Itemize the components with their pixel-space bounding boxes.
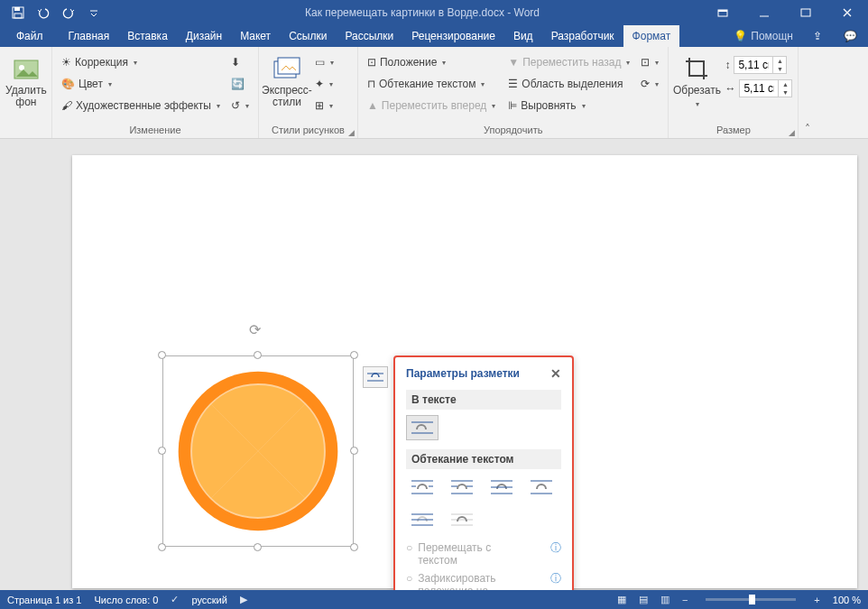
- resize-handle-bm[interactable]: [254, 543, 262, 551]
- rotate-button[interactable]: ⟳▾: [637, 74, 662, 94]
- tab-layout[interactable]: Макет: [231, 25, 280, 47]
- change-picture-icon: 🔄: [231, 78, 245, 90]
- wrap-text-button[interactable]: ⊓Обтекание текстом▾: [364, 74, 499, 94]
- zoom-level[interactable]: 100 %: [833, 595, 861, 605]
- group-icon: ⊡: [641, 56, 650, 69]
- tab-home[interactable]: Главная: [60, 25, 119, 47]
- resize-handle-br[interactable]: [350, 543, 358, 551]
- position-button[interactable]: ⊡Положение▾: [364, 52, 499, 72]
- maximize-button[interactable]: [785, 0, 826, 25]
- layout-options-button[interactable]: [363, 366, 388, 388]
- adjust-group-label: Изменение: [58, 124, 253, 138]
- resize-handle-tm[interactable]: [254, 351, 262, 359]
- height-input[interactable]: ▲▼: [734, 56, 787, 74]
- size-launcher[interactable]: ◢: [789, 128, 795, 137]
- backward-icon: ▼: [508, 56, 519, 69]
- language-status[interactable]: русский: [191, 595, 226, 605]
- redo-button[interactable]: [56, 0, 81, 25]
- wrap-through[interactable]: [485, 475, 518, 500]
- radio-icon: ○: [406, 541, 412, 554]
- artistic-effects-button[interactable]: 🖌Художественные эффекты▾: [58, 96, 224, 115]
- resize-handle-ml[interactable]: [158, 447, 166, 455]
- tab-references[interactable]: Ссылки: [280, 25, 336, 47]
- tab-insert[interactable]: Вставка: [118, 25, 177, 47]
- width-input[interactable]: ▲▼: [739, 79, 792, 97]
- size-group-label: Размер: [674, 124, 792, 138]
- save-button[interactable]: [5, 0, 31, 25]
- minimize-button[interactable]: [743, 0, 785, 25]
- read-mode-button[interactable]: ▦: [617, 594, 626, 605]
- resize-handle-tr[interactable]: [350, 351, 358, 359]
- group-button[interactable]: ⊡▾: [637, 52, 662, 72]
- tab-review[interactable]: Рецензирование: [402, 25, 504, 47]
- zoom-in-button[interactable]: +: [814, 595, 819, 605]
- picture-border-button[interactable]: ▭▾: [311, 52, 337, 72]
- document-area: ⟳: [0, 139, 868, 590]
- wrap-square[interactable]: [406, 475, 439, 500]
- collapse-ribbon-button[interactable]: ˄: [799, 47, 817, 139]
- qat-customize-button[interactable]: [81, 0, 106, 25]
- tab-file[interactable]: Файл: [0, 25, 60, 47]
- send-backward-button[interactable]: ▼Переместить назад▾: [504, 52, 633, 72]
- resize-handle-tl[interactable]: [158, 351, 166, 359]
- picture-styles-button[interactable]: Экспресс- стили: [264, 51, 309, 124]
- tab-format[interactable]: Формат: [623, 25, 680, 47]
- quick-access-toolbar: [0, 0, 106, 25]
- selected-image[interactable]: ⟳: [162, 355, 354, 547]
- macro-button[interactable]: ▶: [240, 594, 247, 605]
- share-button[interactable]: ⇪: [802, 25, 833, 47]
- word-count[interactable]: Число слов: 0: [94, 595, 158, 605]
- page-status[interactable]: Страница 1 из 1: [7, 595, 81, 605]
- bring-forward-button[interactable]: ▲Переместить вперед▾: [364, 96, 499, 115]
- palette-icon: 🎨: [61, 78, 75, 90]
- print-layout-button[interactable]: ▤: [639, 594, 648, 605]
- wrap-icon: ⊓: [367, 78, 375, 90]
- window-controls: [702, 0, 868, 25]
- comments-button[interactable]: 💬: [833, 25, 868, 47]
- wrap-behind[interactable]: [406, 507, 439, 532]
- layout-options-popup: Параметры разметки ✕ В тексте Обтекание …: [393, 355, 574, 590]
- corrections-button[interactable]: ☀Коррекция▾: [58, 52, 224, 72]
- wrap-tight[interactable]: [446, 475, 478, 500]
- selection-pane-button[interactable]: ☰Область выделения: [504, 74, 633, 94]
- resize-handle-mr[interactable]: [350, 447, 358, 455]
- tab-mailings[interactable]: Рассылки: [336, 25, 402, 47]
- tab-view[interactable]: Вид: [504, 25, 542, 47]
- crop-button[interactable]: Обрезать▾: [674, 51, 719, 124]
- zoom-out-button[interactable]: −: [682, 595, 688, 605]
- wrap-topbottom[interactable]: [525, 475, 558, 500]
- styles-launcher[interactable]: ◢: [348, 128, 355, 137]
- popup-close-button[interactable]: ✕: [550, 366, 561, 381]
- wrap-inline[interactable]: [406, 415, 439, 440]
- rotate-handle[interactable]: ⟳: [249, 321, 261, 338]
- tab-developer[interactable]: Разработчик: [542, 25, 623, 47]
- tell-me[interactable]: 💡Помощн: [725, 25, 802, 47]
- web-layout-button[interactable]: ▥: [660, 594, 669, 605]
- reset-picture-button[interactable]: ↺▾: [227, 96, 253, 115]
- align-icon: ⊫: [508, 99, 517, 112]
- picture-effects-button[interactable]: ✦▾: [311, 74, 337, 94]
- compress-pictures-button[interactable]: ⬇: [227, 52, 253, 72]
- popup-title: Параметры разметки: [406, 367, 520, 380]
- remove-background-button[interactable]: Удалить фон: [5, 51, 47, 124]
- info-icon[interactable]: ⓘ: [550, 541, 561, 554]
- ribbon-display-button[interactable]: [702, 0, 743, 25]
- wrap-section-label: Обтекание текстом: [406, 449, 561, 469]
- close-button[interactable]: [826, 0, 868, 25]
- color-button[interactable]: 🎨Цвет▾: [58, 74, 224, 94]
- zoom-slider[interactable]: [706, 598, 796, 601]
- pane-icon: ☰: [508, 78, 518, 90]
- resize-handle-bl[interactable]: [158, 543, 166, 551]
- wrap-front[interactable]: [446, 507, 478, 532]
- undo-button[interactable]: [31, 0, 56, 25]
- info-icon[interactable]: ⓘ: [550, 572, 561, 585]
- svg-rect-1: [14, 7, 20, 11]
- align-button[interactable]: ⊫Выровнять▾: [504, 96, 633, 115]
- svg-rect-10: [278, 58, 300, 74]
- svg-rect-4: [718, 10, 727, 12]
- picture-layout-button[interactable]: ⊞▾: [311, 96, 337, 115]
- spellcheck-button[interactable]: ✓: [171, 594, 179, 605]
- tab-design[interactable]: Дизайн: [177, 25, 231, 47]
- change-picture-button[interactable]: 🔄: [227, 74, 253, 94]
- radio-icon: ○: [406, 572, 412, 585]
